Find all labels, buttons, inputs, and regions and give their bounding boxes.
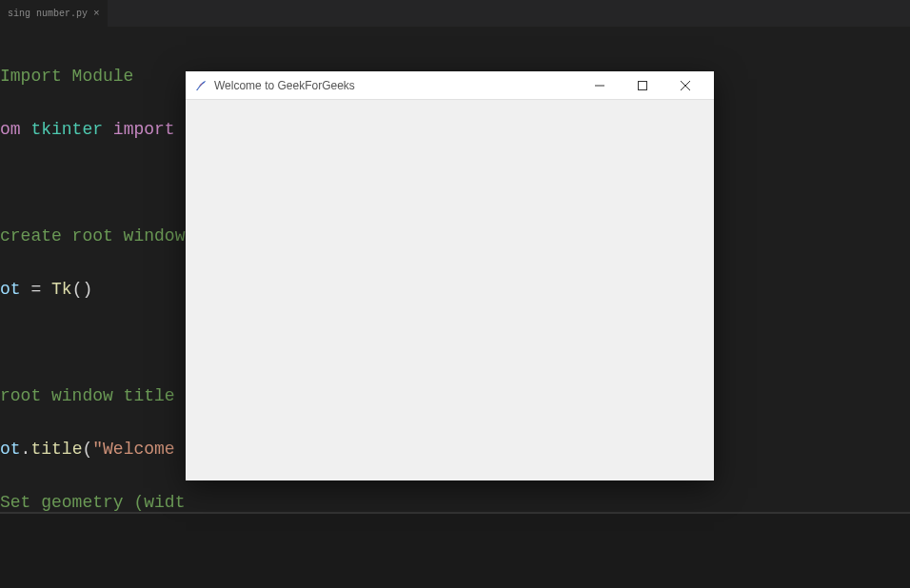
code-paren: ( xyxy=(82,440,92,459)
code-identifier: ot xyxy=(0,440,21,459)
minimize-button[interactable] xyxy=(578,72,621,99)
editor-tab[interactable]: sing number.py × xyxy=(0,0,108,27)
tk-feather-icon xyxy=(193,78,208,93)
code-comment: Import Module xyxy=(0,67,133,86)
close-button[interactable] xyxy=(663,72,706,99)
code-dot: . xyxy=(21,440,31,459)
window-title: Welcome to GeekForGeeks xyxy=(214,79,578,92)
svg-rect-1 xyxy=(638,81,646,89)
code-comment: Set geometry (widt xyxy=(0,493,185,512)
code-comment: create root window xyxy=(0,226,185,245)
code-method: title xyxy=(30,440,82,459)
tab-bar: sing number.py × xyxy=(0,0,910,27)
code-keyword: import xyxy=(103,120,185,139)
tab-filename: sing number.py xyxy=(8,9,88,19)
code-operator: = xyxy=(30,280,51,299)
code-punctuation: () xyxy=(72,280,93,299)
code-comment: root window title xyxy=(0,386,185,405)
code-identifier: ot xyxy=(0,280,30,299)
window-controls xyxy=(578,72,706,99)
tkinter-content-area xyxy=(186,100,714,480)
code-function: Tk xyxy=(51,280,72,299)
bottom-bar xyxy=(0,512,910,588)
tkinter-window[interactable]: Welcome to GeekForGeeks xyxy=(186,71,714,480)
code-keyword: om xyxy=(0,120,30,139)
tab-close-icon[interactable]: × xyxy=(93,8,100,19)
code-module: tkinter xyxy=(30,120,103,139)
maximize-button[interactable] xyxy=(621,72,663,99)
window-titlebar[interactable]: Welcome to GeekForGeeks xyxy=(186,71,714,100)
code-string: "Welcome xyxy=(92,440,185,459)
